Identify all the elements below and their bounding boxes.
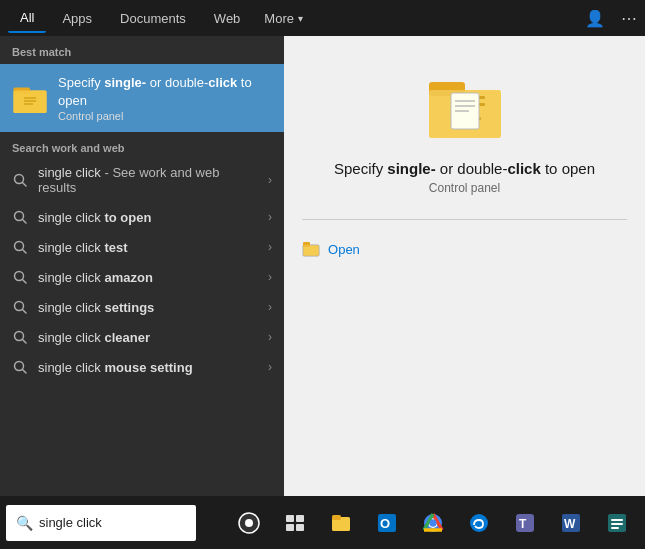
svg-text:W: W xyxy=(564,517,576,531)
chevron-right-icon: › xyxy=(268,330,272,344)
tab-all[interactable]: All xyxy=(8,4,46,33)
right-panel-title: Specify single- or double-click to open xyxy=(334,160,595,177)
svg-line-7 xyxy=(23,183,27,187)
tab-apps[interactable]: Apps xyxy=(50,5,104,32)
chevron-down-icon: ▾ xyxy=(298,13,303,24)
svg-rect-2 xyxy=(14,91,47,114)
search-icon xyxy=(12,239,28,255)
svg-rect-56 xyxy=(611,523,623,525)
best-match-title: Specify single- or double-click to open xyxy=(58,74,272,110)
folder-large-icon xyxy=(425,66,505,146)
folder-icon xyxy=(12,80,48,116)
open-action[interactable]: Open xyxy=(302,236,627,262)
teams-button[interactable]: T xyxy=(503,501,547,545)
list-item[interactable]: single click test › xyxy=(0,232,284,262)
divider xyxy=(302,219,627,220)
right-panel: Specify single- or double-click to open … xyxy=(284,36,645,496)
open-label: Open xyxy=(328,242,360,257)
svg-rect-37 xyxy=(286,515,294,522)
result-text: single click to open xyxy=(38,210,258,225)
search-input[interactable] xyxy=(39,515,169,530)
word-button[interactable]: W xyxy=(549,501,593,545)
top-nav: All Apps Documents Web More ▾ 👤 ⋯ xyxy=(0,0,645,36)
svg-point-36 xyxy=(245,519,253,527)
taskbar-search-icon: 🔍 xyxy=(16,515,33,531)
svg-rect-39 xyxy=(286,524,294,531)
search-icon xyxy=(12,299,28,315)
main-content: Best match Specify single- or double-cli… xyxy=(0,36,645,496)
open-folder-icon xyxy=(302,240,320,258)
list-item[interactable]: single click to open › xyxy=(0,202,284,232)
svg-rect-55 xyxy=(611,519,623,521)
svg-line-17 xyxy=(23,340,27,344)
best-match-item[interactable]: Specify single- or double-click to open … xyxy=(0,64,284,132)
result-text: single click amazon xyxy=(38,270,258,285)
search-icon xyxy=(12,329,28,345)
ellipsis-icon[interactable]: ⋯ xyxy=(621,9,637,28)
svg-line-13 xyxy=(23,280,27,284)
best-match-subtitle: Control panel xyxy=(58,110,272,122)
list-item[interactable]: single click amazon › xyxy=(0,262,284,292)
search-icon xyxy=(12,172,28,188)
svg-line-19 xyxy=(23,370,27,374)
svg-point-48 xyxy=(430,519,437,526)
left-panel: Best match Specify single- or double-cli… xyxy=(0,36,284,496)
chevron-right-icon: › xyxy=(268,360,272,374)
edge-button[interactable] xyxy=(457,501,501,545)
result-text: single click cleaner xyxy=(38,330,258,345)
tab-more[interactable]: More ▾ xyxy=(256,5,311,32)
svg-text:T: T xyxy=(519,517,527,531)
svg-line-9 xyxy=(23,220,27,224)
misc-button[interactable] xyxy=(595,501,639,545)
search-icon xyxy=(12,359,28,375)
list-item[interactable]: single click cleaner › xyxy=(0,322,284,352)
result-text: single click settings xyxy=(38,300,258,315)
chevron-right-icon: › xyxy=(268,240,272,254)
svg-line-11 xyxy=(23,250,27,254)
best-match-label: Best match xyxy=(0,36,284,64)
tab-web[interactable]: Web xyxy=(202,5,253,32)
svg-rect-40 xyxy=(296,524,304,531)
file-explorer-button[interactable] xyxy=(319,501,363,545)
nav-right-icons: 👤 ⋯ xyxy=(585,9,637,28)
tab-documents[interactable]: Documents xyxy=(108,5,198,32)
result-text: single click mouse setting xyxy=(38,360,258,375)
taskbar: 🔍 xyxy=(0,496,645,549)
chevron-right-icon: › xyxy=(268,300,272,314)
task-view-button[interactable] xyxy=(273,501,317,545)
result-text: single click test xyxy=(38,240,258,255)
chevron-right-icon: › xyxy=(268,210,272,224)
svg-rect-38 xyxy=(296,515,304,522)
best-match-text: Specify single- or double-click to open … xyxy=(58,74,272,122)
svg-rect-57 xyxy=(611,527,619,529)
svg-rect-49 xyxy=(470,514,488,532)
svg-text:O: O xyxy=(380,516,390,531)
chevron-right-icon: › xyxy=(268,270,272,284)
svg-line-15 xyxy=(23,310,27,314)
list-item[interactable]: single click settings › xyxy=(0,292,284,322)
svg-rect-33 xyxy=(303,245,319,256)
outlook-button[interactable]: O xyxy=(365,501,409,545)
taskbar-icons: O T xyxy=(227,501,645,545)
right-panel-subtitle: Control panel xyxy=(429,181,500,195)
result-text: single click - See work and web results xyxy=(38,165,258,195)
search-icon xyxy=(12,209,28,225)
search-icon xyxy=(12,269,28,285)
svg-rect-42 xyxy=(332,515,341,520)
chrome-button[interactable] xyxy=(411,501,455,545)
search-section-label: Search work and web xyxy=(0,132,284,158)
user-icon[interactable]: 👤 xyxy=(585,9,605,28)
chevron-right-icon: › xyxy=(268,173,272,187)
taskbar-search-box[interactable]: 🔍 xyxy=(6,505,196,541)
list-item[interactable]: single click - See work and web results … xyxy=(0,158,284,202)
list-item[interactable]: single click mouse setting › xyxy=(0,352,284,382)
start-button[interactable] xyxy=(227,501,271,545)
